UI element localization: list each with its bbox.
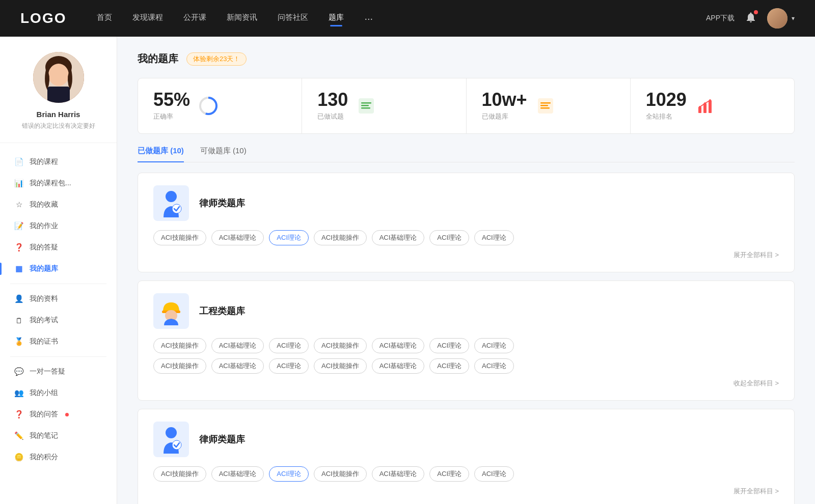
- eng2-tag-4[interactable]: ACI基础理论: [372, 358, 425, 374]
- eng-tag-6[interactable]: ACI理论: [474, 338, 514, 353]
- tags-row-lawyer-1: ACI技能操作 ACI基础理论 ACI理论 ACI技能操作 ACI基础理论 AC…: [153, 230, 779, 245]
- bank-title-lawyer-2: 律师类题库: [199, 433, 245, 445]
- trial-badge: 体验剩余23天！: [186, 52, 247, 66]
- question-icon: ❓: [14, 243, 23, 252]
- eng2-tag-6[interactable]: ACI理论: [474, 358, 514, 374]
- stat-text-accuracy: 55% 正确率: [153, 91, 190, 121]
- qa-badge-dot: [65, 413, 69, 416]
- eng-tag-4[interactable]: ACI基础理论: [372, 338, 425, 353]
- l2-tag-4[interactable]: ACI基础理论: [372, 466, 425, 482]
- sidebar-item-group[interactable]: 👥 我的小组: [0, 382, 117, 404]
- l2-tag-0[interactable]: ACI技能操作: [153, 466, 206, 482]
- engineer-icon: [153, 293, 189, 329]
- page-title: 我的题库: [138, 52, 178, 66]
- nav-home[interactable]: 首页: [97, 13, 112, 24]
- svg-point-25: [172, 440, 181, 450]
- sidebar-item-one-to-one[interactable]: 💬 一对一答疑: [0, 361, 117, 382]
- bar-icon: 📊: [14, 179, 23, 188]
- nav-question-bank[interactable]: 题库: [329, 13, 344, 24]
- tag-4[interactable]: ACI基础理论: [372, 230, 425, 245]
- eng2-tag-5[interactable]: ACI理论: [429, 358, 469, 374]
- tag-2-active[interactable]: ACI理论: [269, 230, 309, 245]
- expand-link-lawyer-1[interactable]: 展开全部科目 >: [153, 250, 779, 260]
- eng-tag-1[interactable]: ACI基础理论: [211, 338, 264, 353]
- sidebar-item-notes[interactable]: ✏️ 我的笔记: [0, 425, 117, 446]
- lawyer-svg: [158, 189, 184, 217]
- coin-icon: 🪙: [14, 453, 23, 462]
- sidebar-item-course-pack[interactable]: 📊 我的课程包...: [0, 173, 117, 194]
- tag-5[interactable]: ACI理论: [429, 230, 469, 245]
- tag-6[interactable]: ACI理论: [474, 230, 514, 245]
- sidebar-item-my-qa[interactable]: ❓ 我的问答: [0, 404, 117, 425]
- sidebar-menu: 📄 我的课程 📊 我的课程包... ☆ 我的收藏 📝 我的作业 ❓ 我的答疑: [0, 143, 117, 476]
- sidebar-item-question-bank[interactable]: ▦ 我的题库: [0, 258, 117, 279]
- collapse-link-engineer[interactable]: 收起全部科目 >: [153, 379, 779, 388]
- nav-right: APP下载 ▾: [706, 8, 795, 29]
- l2-tag-6[interactable]: ACI理论: [474, 466, 514, 482]
- app-download-link[interactable]: APP下载: [706, 14, 735, 23]
- l2-tag-1[interactable]: ACI基础理论: [211, 466, 264, 482]
- sidebar-label-courses: 我的课程: [30, 157, 58, 166]
- avatar-illustration: [33, 52, 84, 103]
- eng-tag-3[interactable]: ACI技能操作: [314, 338, 367, 353]
- eng-tag-0[interactable]: ACI技能操作: [153, 338, 206, 353]
- list-green-icon: [356, 96, 376, 116]
- svg-rect-12: [540, 105, 548, 106]
- eng2-tag-0[interactable]: ACI技能操作: [153, 358, 206, 374]
- sidebar-item-homework[interactable]: 📝 我的作业: [0, 215, 117, 237]
- stat-number-done-banks: 10w+: [482, 91, 527, 109]
- sidebar: Brian Harris 错误的决定比没有决定要好 📄 我的课程 📊 我的课程包…: [0, 37, 117, 504]
- l2-tag-3[interactable]: ACI技能操作: [314, 466, 367, 482]
- eng2-tag-3[interactable]: ACI技能操作: [314, 358, 367, 374]
- tab-available-banks[interactable]: 可做题库 (10): [200, 146, 247, 162]
- notification-bell[interactable]: [745, 11, 757, 25]
- stat-text-ranking: 1029 全站排名: [646, 91, 687, 121]
- eng2-tag-2[interactable]: ACI理论: [269, 358, 309, 374]
- chart-red-icon: [695, 96, 715, 116]
- person2-icon: 👤: [14, 294, 23, 303]
- star-icon: ☆: [14, 200, 23, 209]
- bank-card-engineer: 工程类题库 ACI技能操作 ACI基础理论 ACI理论 ACI技能操作 ACI基…: [138, 281, 795, 401]
- chart-red-svg: [696, 97, 714, 115]
- sidebar-item-qa[interactable]: ❓ 我的答疑: [0, 237, 117, 258]
- nav-open-course[interactable]: 公开课: [183, 13, 206, 24]
- eng2-tag-1[interactable]: ACI基础理论: [211, 358, 264, 374]
- l2-tag-5[interactable]: ACI理论: [429, 466, 469, 482]
- tag-0[interactable]: ACI技能操作: [153, 230, 206, 245]
- main-content: 我的题库 体验剩余23天！ 55% 正确率: [117, 37, 815, 504]
- stat-number-ranking: 1029: [646, 91, 687, 109]
- nav-more[interactable]: ···: [364, 13, 373, 24]
- svg-rect-9: [361, 107, 370, 109]
- sidebar-label-exam: 我的考试: [30, 316, 58, 325]
- svg-point-24: [166, 427, 177, 438]
- sidebar-item-certificate[interactable]: 🏅 我的证书: [0, 331, 117, 352]
- tag-3[interactable]: ACI技能操作: [314, 230, 367, 245]
- eng-tag-5[interactable]: ACI理论: [429, 338, 469, 353]
- l2-tag-2-active[interactable]: ACI理论: [269, 466, 309, 482]
- doc-icon: 📄: [14, 157, 23, 166]
- tabs-row: 已做题库 (10) 可做题库 (10): [138, 146, 795, 162]
- nav-qa[interactable]: 问答社区: [278, 13, 308, 24]
- eng-tag-2[interactable]: ACI理论: [269, 338, 309, 353]
- stat-number-accuracy: 55%: [153, 91, 190, 109]
- nav-discover[interactable]: 发现课程: [132, 13, 163, 24]
- expand-link-lawyer-2[interactable]: 展开全部科目 >: [153, 487, 779, 496]
- list-orange-svg: [536, 97, 555, 115]
- sidebar-item-favorites[interactable]: ☆ 我的收藏: [0, 194, 117, 215]
- sidebar-item-exam[interactable]: 🗒 我的考试: [0, 310, 117, 331]
- sidebar-item-profile[interactable]: 👤 我的资料: [0, 288, 117, 310]
- nav-news[interactable]: 新闻资讯: [227, 13, 257, 24]
- sidebar-label-question-bank: 我的题库: [30, 264, 58, 273]
- note-icon: 📝: [14, 221, 23, 231]
- bank-card-lawyer-1: 律师类题库 ACI技能操作 ACI基础理论 ACI理论 ACI技能操作 ACI基…: [138, 173, 795, 272]
- user-avatar-wrap[interactable]: ▾: [767, 8, 795, 29]
- tab-done-banks[interactable]: 已做题库 (10): [138, 146, 184, 162]
- pencil-icon: ✏️: [14, 431, 23, 440]
- lawyer2-svg: [158, 426, 184, 454]
- tag-1[interactable]: ACI基础理论: [211, 230, 264, 245]
- sidebar-item-points[interactable]: 🪙 我的积分: [0, 446, 117, 468]
- sidebar-label-profile: 我的资料: [30, 294, 58, 303]
- sidebar-label-notes: 我的笔记: [30, 431, 58, 440]
- sidebar-item-courses[interactable]: 📄 我的课程: [0, 151, 117, 173]
- logo: LOGO: [20, 10, 66, 26]
